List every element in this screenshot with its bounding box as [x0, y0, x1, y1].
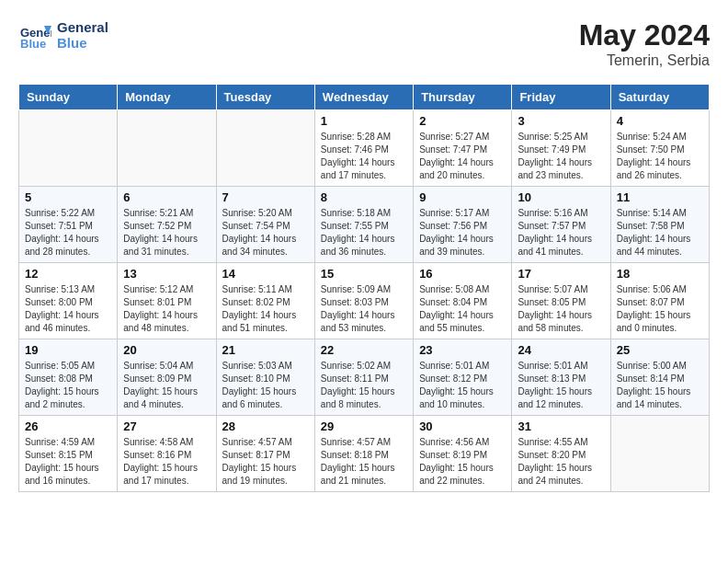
- calendar-cell: 17Sunrise: 5:07 AM Sunset: 8:05 PM Dayli…: [512, 263, 610, 339]
- calendar-cell: 29Sunrise: 4:57 AM Sunset: 8:18 PM Dayli…: [314, 416, 413, 492]
- day-info: Sunrise: 5:04 AM Sunset: 8:09 PM Dayligh…: [123, 360, 210, 411]
- calendar-cell: 23Sunrise: 5:01 AM Sunset: 8:12 PM Dayli…: [414, 339, 512, 416]
- day-info: Sunrise: 5:22 AM Sunset: 7:51 PM Dayligh…: [25, 207, 111, 259]
- calendar-cell: 22Sunrise: 5:02 AM Sunset: 8:11 PM Dayli…: [314, 339, 413, 416]
- day-number: 3: [518, 114, 604, 128]
- day-info: Sunrise: 4:57 AM Sunset: 8:17 PM Dayligh…: [222, 436, 309, 488]
- calendar-cell: 24Sunrise: 5:01 AM Sunset: 8:13 PM Dayli…: [512, 339, 610, 416]
- day-info: Sunrise: 5:21 AM Sunset: 7:52 PM Dayligh…: [123, 207, 210, 259]
- day-info: Sunrise: 5:02 AM Sunset: 8:11 PM Dayligh…: [321, 360, 407, 411]
- day-number: 12: [25, 267, 111, 281]
- calendar-cell: 3Sunrise: 5:25 AM Sunset: 7:49 PM Daylig…: [512, 110, 610, 187]
- day-number: 27: [123, 419, 210, 433]
- weekday-header: Tuesday: [216, 85, 314, 110]
- day-number: 29: [321, 419, 407, 433]
- calendar-week-row: 12Sunrise: 5:13 AM Sunset: 8:00 PM Dayli…: [19, 263, 710, 339]
- day-info: Sunrise: 5:00 AM Sunset: 8:14 PM Dayligh…: [617, 360, 703, 411]
- calendar-cell: 18Sunrise: 5:06 AM Sunset: 8:07 PM Dayli…: [610, 263, 709, 339]
- calendar-week-row: 26Sunrise: 4:59 AM Sunset: 8:15 PM Dayli…: [19, 416, 710, 492]
- day-number: 10: [518, 190, 604, 204]
- calendar-cell: 13Sunrise: 5:12 AM Sunset: 8:01 PM Dayli…: [118, 263, 216, 339]
- calendar-cell: 4Sunrise: 5:24 AM Sunset: 7:50 PM Daylig…: [610, 110, 709, 187]
- calendar-cell: 25Sunrise: 5:00 AM Sunset: 8:14 PM Dayli…: [610, 339, 709, 416]
- day-number: 31: [518, 419, 604, 433]
- day-info: Sunrise: 5:06 AM Sunset: 8:07 PM Dayligh…: [617, 283, 703, 335]
- day-info: Sunrise: 4:59 AM Sunset: 8:15 PM Dayligh…: [25, 436, 111, 488]
- calendar-cell: 30Sunrise: 4:56 AM Sunset: 8:19 PM Dayli…: [414, 416, 512, 492]
- calendar-cell: [118, 110, 216, 187]
- day-number: 9: [419, 190, 506, 204]
- calendar-cell: 7Sunrise: 5:20 AM Sunset: 7:54 PM Daylig…: [216, 187, 314, 263]
- day-number: 16: [419, 267, 506, 281]
- day-number: 19: [25, 343, 111, 357]
- day-info: Sunrise: 5:01 AM Sunset: 8:12 PM Dayligh…: [419, 360, 506, 411]
- calendar-week-row: 19Sunrise: 5:05 AM Sunset: 8:08 PM Dayli…: [19, 339, 710, 416]
- calendar-cell: 16Sunrise: 5:08 AM Sunset: 8:04 PM Dayli…: [414, 263, 512, 339]
- day-number: 7: [222, 190, 309, 204]
- day-info: Sunrise: 4:57 AM Sunset: 8:18 PM Dayligh…: [321, 436, 407, 488]
- day-number: 15: [321, 267, 407, 281]
- svg-text:Blue: Blue: [20, 37, 46, 51]
- day-number: 1: [321, 114, 407, 128]
- day-info: Sunrise: 5:24 AM Sunset: 7:50 PM Dayligh…: [617, 131, 703, 182]
- day-number: 8: [321, 190, 407, 204]
- day-info: Sunrise: 5:05 AM Sunset: 8:08 PM Dayligh…: [25, 360, 111, 411]
- day-number: 17: [518, 267, 604, 281]
- calendar-cell: 14Sunrise: 5:11 AM Sunset: 8:02 PM Dayli…: [216, 263, 314, 339]
- weekday-header: Saturday: [610, 85, 709, 110]
- day-number: 18: [617, 267, 703, 281]
- day-info: Sunrise: 5:03 AM Sunset: 8:10 PM Dayligh…: [222, 360, 309, 411]
- day-number: 20: [123, 343, 210, 357]
- day-number: 23: [419, 343, 506, 357]
- calendar-table: SundayMondayTuesdayWednesdayThursdayFrid…: [18, 84, 710, 492]
- day-number: 2: [419, 114, 506, 128]
- calendar-cell: 12Sunrise: 5:13 AM Sunset: 8:00 PM Dayli…: [19, 263, 118, 339]
- day-info: Sunrise: 5:25 AM Sunset: 7:49 PM Dayligh…: [518, 131, 604, 182]
- day-info: Sunrise: 4:56 AM Sunset: 8:19 PM Dayligh…: [419, 436, 506, 488]
- calendar-week-row: 1Sunrise: 5:28 AM Sunset: 7:46 PM Daylig…: [19, 110, 710, 187]
- month-year: May 2024: [579, 18, 710, 52]
- day-number: 11: [617, 190, 703, 204]
- day-number: 13: [123, 267, 210, 281]
- day-number: 24: [518, 343, 604, 357]
- calendar-cell: 6Sunrise: 5:21 AM Sunset: 7:52 PM Daylig…: [118, 187, 216, 263]
- calendar-cell: [19, 110, 118, 187]
- calendar-cell: 15Sunrise: 5:09 AM Sunset: 8:03 PM Dayli…: [314, 263, 413, 339]
- day-info: Sunrise: 5:27 AM Sunset: 7:47 PM Dayligh…: [419, 131, 506, 182]
- calendar-cell: 8Sunrise: 5:18 AM Sunset: 7:55 PM Daylig…: [314, 187, 413, 263]
- day-info: Sunrise: 5:13 AM Sunset: 8:00 PM Dayligh…: [25, 283, 111, 335]
- calendar-cell: 10Sunrise: 5:16 AM Sunset: 7:57 PM Dayli…: [512, 187, 610, 263]
- weekday-header: Monday: [118, 85, 216, 110]
- weekday-header: Sunday: [19, 85, 118, 110]
- logo: General Blue General Blue: [18, 18, 108, 52]
- day-info: Sunrise: 5:01 AM Sunset: 8:13 PM Dayligh…: [518, 360, 604, 411]
- day-number: 6: [123, 190, 210, 204]
- day-info: Sunrise: 4:55 AM Sunset: 8:20 PM Dayligh…: [518, 436, 604, 488]
- page-header: General Blue General Blue May 2024 Temer…: [18, 18, 710, 69]
- calendar-cell: [610, 416, 709, 492]
- logo-line1: General: [57, 19, 108, 35]
- day-number: 4: [617, 114, 703, 128]
- day-info: Sunrise: 4:58 AM Sunset: 8:16 PM Dayligh…: [123, 436, 210, 488]
- calendar-cell: [216, 110, 314, 187]
- day-info: Sunrise: 5:12 AM Sunset: 8:01 PM Dayligh…: [123, 283, 210, 335]
- day-info: Sunrise: 5:08 AM Sunset: 8:04 PM Dayligh…: [419, 283, 506, 335]
- day-info: Sunrise: 5:11 AM Sunset: 8:02 PM Dayligh…: [222, 283, 309, 335]
- day-info: Sunrise: 5:17 AM Sunset: 7:56 PM Dayligh…: [419, 207, 506, 259]
- calendar-cell: 9Sunrise: 5:17 AM Sunset: 7:56 PM Daylig…: [414, 187, 512, 263]
- day-number: 5: [25, 190, 111, 204]
- calendar-cell: 11Sunrise: 5:14 AM Sunset: 7:58 PM Dayli…: [610, 187, 709, 263]
- day-info: Sunrise: 5:16 AM Sunset: 7:57 PM Dayligh…: [518, 207, 604, 259]
- calendar-cell: 2Sunrise: 5:27 AM Sunset: 7:47 PM Daylig…: [414, 110, 512, 187]
- logo-line2: Blue: [57, 35, 108, 51]
- day-number: 14: [222, 267, 309, 281]
- calendar-cell: 20Sunrise: 5:04 AM Sunset: 8:09 PM Dayli…: [118, 339, 216, 416]
- day-info: Sunrise: 5:09 AM Sunset: 8:03 PM Dayligh…: [321, 283, 407, 335]
- title-block: May 2024 Temerin, Serbia: [579, 18, 710, 69]
- day-number: 28: [222, 419, 309, 433]
- day-number: 30: [419, 419, 506, 433]
- calendar-cell: 21Sunrise: 5:03 AM Sunset: 8:10 PM Dayli…: [216, 339, 314, 416]
- calendar-cell: 27Sunrise: 4:58 AM Sunset: 8:16 PM Dayli…: [118, 416, 216, 492]
- day-info: Sunrise: 5:28 AM Sunset: 7:46 PM Dayligh…: [321, 131, 407, 182]
- day-info: Sunrise: 5:14 AM Sunset: 7:58 PM Dayligh…: [617, 207, 703, 259]
